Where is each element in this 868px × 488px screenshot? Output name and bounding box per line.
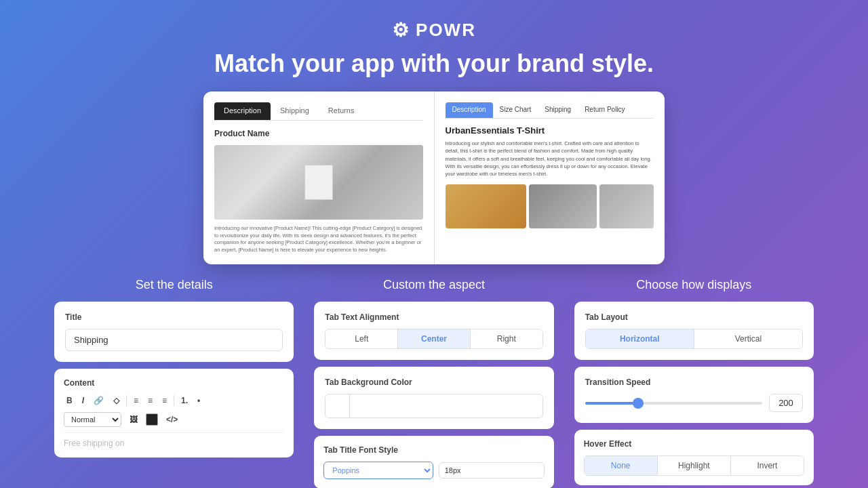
product-thumb-1 — [446, 184, 527, 228]
section-display: Choose how displays Tab Layout Horizonta… — [574, 278, 814, 485]
layout-btn-group: Horizontal Vertical — [585, 329, 803, 349]
layout-panel: Tab Layout Horizontal Vertical — [574, 302, 814, 360]
logo: ⚙ POWR — [392, 19, 476, 41]
preview-right: Description Size Chart Shipping Return P… — [435, 92, 665, 264]
speed-value-input[interactable] — [769, 394, 803, 412]
preview-card: Description Shipping Returns Product Nam… — [203, 92, 665, 264]
image-button[interactable]: 🖼 — [127, 413, 140, 426]
speed-label: Transition Speed — [585, 378, 803, 387]
product-title-right: UrbanEssentials T-Shirt — [446, 125, 654, 136]
tab-description-right[interactable]: Description — [446, 102, 493, 118]
font-panel: Tab Title Font Style Poppins Arial Georg… — [314, 436, 553, 488]
layout-horizontal-btn[interactable]: Horizontal — [586, 329, 694, 348]
tab-sizechart-right[interactable]: Size Chart — [493, 102, 538, 118]
preview-container: Description Shipping Returns Product Nam… — [0, 92, 868, 264]
link-button[interactable]: 🔗 — [91, 394, 106, 407]
align-left-tab-btn[interactable]: Left — [326, 329, 398, 348]
tab-shipping-right[interactable]: Shipping — [538, 102, 578, 118]
italic-button[interactable]: I — [79, 394, 87, 407]
product-images-right — [446, 184, 654, 228]
headline: Match your app with your brand style. — [214, 49, 654, 78]
alignment-label: Tab Text Alignment — [325, 312, 542, 322]
product-desc-right: Introducing our stylish and comfortable … — [446, 140, 654, 178]
text-color-swatch[interactable] — [146, 413, 158, 426]
align-center-tab-btn[interactable]: Center — [398, 329, 471, 348]
slider-thumb[interactable] — [633, 398, 644, 409]
tab-returnpolicy-right[interactable]: Return Policy — [578, 102, 631, 118]
tab-returns-left[interactable]: Returns — [319, 102, 364, 120]
content-panel: Content B I 🔗 ◇ ≡ ≡ ≡ 1. • Normal Headin… — [54, 369, 294, 458]
title-label: Title — [65, 312, 283, 322]
logo-text: POWR — [416, 20, 476, 41]
product-name-label: Product Name — [214, 129, 423, 138]
color-input-row — [325, 394, 542, 418]
color-panel: Tab Background Color — [314, 367, 553, 429]
align-right-button[interactable]: ≡ — [159, 394, 170, 407]
font-size-input[interactable] — [439, 462, 545, 479]
slider-row — [585, 394, 803, 412]
section-aspect-title: Custom the aspect — [314, 278, 553, 292]
header: ⚙ POWR Match your app with your brand st… — [0, 0, 868, 92]
slider-fill — [585, 402, 638, 405]
section-details: Set the details Title Content B I 🔗 ◇ ≡ … — [54, 278, 294, 458]
content-toolbar: B I 🔗 ◇ ≡ ≡ ≡ 1. • — [64, 394, 284, 407]
hover-label: Hover Effect — [584, 439, 804, 449]
unlink-button[interactable]: ◇ — [111, 394, 122, 407]
product-image-left — [214, 145, 423, 220]
hover-invert-btn[interactable]: Invert — [731, 456, 804, 475]
left-tab-bar: Description Shipping Returns — [214, 102, 423, 121]
logo-icon: ⚙ — [392, 19, 410, 41]
content-label: Content — [64, 378, 284, 388]
section-details-title: Set the details — [54, 278, 294, 292]
alignment-btn-group: Left Center Right — [325, 329, 542, 349]
section-display-title: Choose how displays — [574, 278, 814, 292]
slider-track — [585, 402, 762, 405]
title-input[interactable] — [65, 329, 283, 351]
style-select[interactable]: Normal Heading 1 Heading 2 — [64, 412, 121, 427]
align-right-tab-btn[interactable]: Right — [471, 329, 542, 348]
hover-panel: Hover Effect None Highlight Invert — [574, 430, 814, 485]
hover-highlight-btn[interactable]: Highlight — [658, 456, 731, 475]
color-label: Tab Background Color — [325, 378, 542, 387]
title-panel: Title — [54, 302, 294, 362]
product-thumb-2 — [529, 184, 597, 228]
section-aspect: Custom the aspect Tab Text Alignment Lef… — [314, 278, 553, 488]
color-preview[interactable] — [326, 394, 350, 418]
tab-description-left[interactable]: Description — [214, 102, 271, 120]
layout-vertical-btn[interactable]: Vertical — [694, 329, 802, 348]
product-desc-left: Introducing our innovative [Product Name… — [214, 225, 423, 253]
product-thumb-3 — [599, 184, 654, 228]
sections-row: Set the details Title Content B I 🔗 ◇ ≡ … — [0, 278, 868, 488]
hover-none-btn[interactable]: None — [585, 456, 658, 475]
font-family-select[interactable]: Poppins Arial Georgia — [323, 462, 433, 479]
content-preview-text: Free shipping on — [64, 432, 284, 448]
layout-label: Tab Layout — [585, 312, 803, 322]
tab-shipping-left[interactable]: Shipping — [271, 102, 319, 120]
bold-button[interactable]: B — [64, 394, 75, 407]
code-button[interactable]: </> — [163, 413, 180, 426]
alignment-panel: Tab Text Alignment Left Center Right — [314, 302, 553, 360]
align-left-button[interactable]: ≡ — [131, 394, 141, 407]
right-tab-bar: Description Size Chart Shipping Return P… — [446, 102, 654, 119]
font-row: Poppins Arial Georgia — [323, 462, 544, 479]
ordered-list-button[interactable]: 1. — [178, 394, 191, 407]
unordered-list-button[interactable]: • — [195, 394, 203, 407]
color-hex-input[interactable] — [350, 397, 542, 415]
hover-btn-group: None Highlight Invert — [584, 455, 804, 476]
toolbar-sep-1 — [126, 395, 127, 406]
font-label: Tab Title Font Style — [323, 445, 544, 455]
toolbar-bottom: Normal Heading 1 Heading 2 🖼 </> — [64, 412, 284, 427]
preview-left: Description Shipping Returns Product Nam… — [203, 92, 435, 264]
align-center-button[interactable]: ≡ — [145, 394, 155, 407]
toolbar-sep-2 — [174, 395, 174, 406]
speed-panel: Transition Speed — [574, 367, 814, 423]
